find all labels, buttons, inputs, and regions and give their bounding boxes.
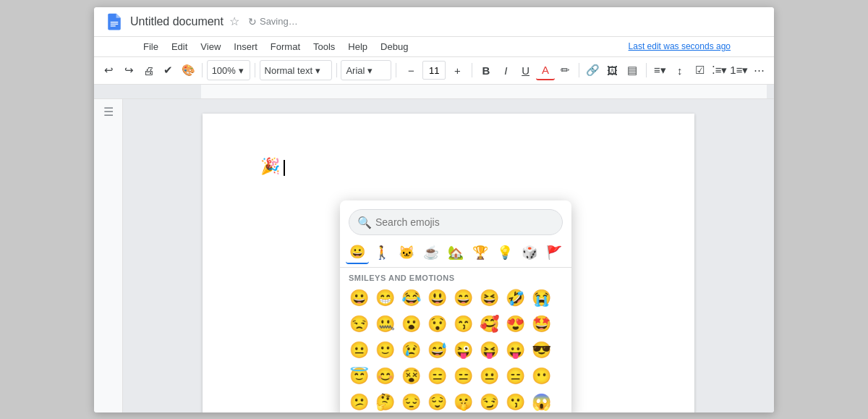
app-window: Untitled document ☆ ↻ Saving… File Edit … (94, 7, 774, 412)
emoji-cell[interactable]: 🙂 (372, 337, 398, 363)
category-people[interactable]: 🚶 (370, 241, 393, 264)
emoji-search-input[interactable] (349, 209, 563, 235)
category-symbols[interactable]: 🎲 (518, 241, 541, 264)
emoji-cell[interactable]: 😱 (528, 389, 554, 412)
emoji-cell[interactable]: 😜 (450, 337, 476, 363)
emoji-cell[interactable]: 😯 (424, 311, 450, 337)
emoji-cell[interactable]: 😎 (528, 337, 554, 363)
svg-rect-1 (111, 22, 119, 22)
bold-button[interactable]: B (477, 60, 495, 80)
bullet-list-button[interactable]: ⁚≡▾ (710, 60, 728, 80)
emoji-picker: 🔍 😀 🚶 🐱 ☕ 🏡 🏆 💡 🎲 🚩 (340, 200, 571, 412)
emoji-cell[interactable]: 😐 (346, 337, 372, 363)
align-button[interactable]: ≡▾ (651, 60, 669, 80)
search-icon: 🔍 (357, 215, 372, 229)
category-animals[interactable]: 🐱 (395, 241, 418, 264)
category-flags[interactable]: 🚩 (542, 241, 566, 264)
emoji-cell[interactable]: 😅 (424, 337, 450, 363)
emoji-cell[interactable]: 😇 (346, 363, 372, 389)
divider-4 (396, 63, 396, 77)
font-selector[interactable]: Arial ▾ (341, 60, 391, 80)
emoji-cell[interactable]: 😆 (476, 285, 502, 311)
emoji-cell[interactable]: 🤐 (372, 311, 398, 337)
print-button[interactable]: 🖨 (140, 60, 158, 80)
emoji-cell[interactable]: 😕 (346, 389, 372, 412)
emoji-cell[interactable]: 😁 (372, 285, 398, 311)
category-travel[interactable]: 🏡 (444, 241, 467, 264)
more-button[interactable]: ⋯ (750, 60, 768, 80)
category-food[interactable]: ☕ (420, 241, 443, 264)
undo-button[interactable]: ↩ (100, 60, 118, 80)
last-edit-text[interactable]: Last edit was seconds ago (629, 41, 731, 51)
saving-text: Saving… (260, 16, 298, 27)
menu-format[interactable]: Format (265, 38, 306, 55)
text-color-button[interactable]: A (536, 60, 554, 80)
numbered-list-button[interactable]: 1≡▾ (730, 60, 748, 80)
emoji-cell[interactable]: 😐 (476, 363, 502, 389)
menu-insert[interactable]: Insert (228, 38, 263, 55)
emoji-cell[interactable]: 😂 (398, 285, 424, 311)
emoji-cell[interactable]: 😝 (476, 337, 502, 363)
spell-check-button[interactable]: ✔ (159, 60, 177, 80)
emoji-cell[interactable]: 😗 (502, 389, 528, 412)
emoji-cell[interactable]: 😭 (528, 285, 554, 311)
link-button[interactable]: 🔗 (584, 60, 602, 80)
menu-tools[interactable]: Tools (307, 38, 341, 55)
category-objects[interactable]: 💡 (493, 241, 516, 264)
checklist-button[interactable]: ☑ (691, 60, 709, 80)
emoji-cell[interactable]: 😍 (502, 311, 528, 337)
emoji-section-label: SMILEYS AND EMOTIONS (340, 268, 571, 285)
emoji-cell[interactable]: 😃 (424, 285, 450, 311)
underline-button[interactable]: U (516, 60, 535, 80)
style-selector[interactable]: Normal text ▾ (260, 60, 332, 80)
emoji-cell[interactable]: 😮 (398, 311, 424, 337)
image-button[interactable]: 🖼 (603, 60, 621, 80)
emoji-cell[interactable]: 😑 (502, 363, 528, 389)
line-spacing-button[interactable]: ↕ (671, 60, 689, 80)
insert-button[interactable]: ▤ (624, 60, 642, 80)
emoji-cell[interactable]: 🤔 (372, 389, 398, 412)
emoji-cell[interactable]: 😢 (398, 337, 424, 363)
emoji-cell[interactable]: 😄 (450, 285, 476, 311)
zoom-selector[interactable]: 100% ▾ (207, 60, 250, 80)
menu-debug[interactable]: Debug (375, 38, 414, 55)
document-scroll-area[interactable]: 🎉 🔍 😀 🚶 🐱 (123, 99, 774, 412)
emoji-cell[interactable]: 😏 (476, 389, 502, 412)
font-size-increase[interactable]: + (447, 60, 467, 80)
emoji-cell[interactable]: 😙 (450, 311, 476, 337)
app-logo (104, 12, 124, 32)
emoji-cell[interactable]: 😑 (424, 363, 450, 389)
emoji-cell[interactable]: 😒 (346, 311, 372, 337)
emoji-cell[interactable]: 🤩 (528, 311, 554, 337)
category-smileys[interactable]: 😀 (346, 241, 369, 264)
menu-file[interactable]: File (137, 38, 164, 55)
emoji-cell[interactable]: 🤣 (502, 285, 528, 311)
emoji-cell[interactable]: 🥰 (476, 311, 502, 337)
emoji-cell[interactable]: 😑 (450, 363, 476, 389)
menu-view[interactable]: View (195, 38, 226, 55)
emoji-cell[interactable]: 😌 (424, 389, 450, 412)
category-activities[interactable]: 🏆 (469, 241, 492, 264)
emoji-cell[interactable]: 😔 (398, 389, 424, 412)
italic-button[interactable]: I (497, 60, 515, 80)
emoji-cell[interactable]: 😀 (346, 285, 372, 311)
document-title: Untitled document (130, 15, 224, 28)
menu-help[interactable]: Help (342, 38, 373, 55)
divider-3 (336, 63, 337, 77)
font-size-decrease[interactable]: − (401, 60, 421, 80)
style-value: Normal text (265, 65, 312, 76)
emoji-cell[interactable]: 😊 (372, 363, 398, 389)
divider-5 (472, 63, 472, 77)
highlight-button[interactable]: ✏ (556, 60, 574, 80)
emoji-cell[interactable]: 🤫 (450, 389, 476, 412)
star-button[interactable]: ☆ (229, 14, 239, 28)
emoji-cell[interactable]: 😶 (528, 363, 554, 389)
emoji-cell[interactable]: 😛 (502, 337, 528, 363)
emoji-cell[interactable]: 😵 (398, 363, 424, 389)
font-size-input[interactable] (422, 61, 446, 80)
emoji-search-wrapper: 🔍 (349, 209, 563, 235)
paint-format-button[interactable]: 🎨 (179, 60, 197, 80)
redo-button[interactable]: ↪ (119, 60, 137, 80)
menu-edit[interactable]: Edit (166, 38, 193, 55)
outline-icon[interactable]: ☰ (103, 105, 114, 119)
